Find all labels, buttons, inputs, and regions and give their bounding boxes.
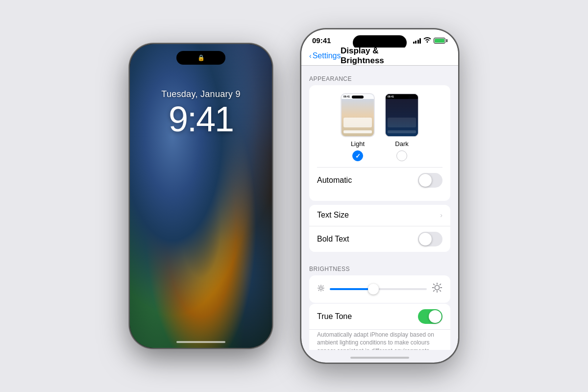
status-icons: [413, 37, 448, 44]
automatic-label: Automatic: [317, 176, 418, 185]
signal-bars-icon: [413, 38, 421, 44]
svg-line-7: [322, 285, 323, 286]
lock-screen-date: Tuesday, January 9: [161, 89, 241, 99]
brightness-section-header: BRIGHTNESS: [301, 256, 458, 275]
tone-settings-group: True Tone Automatically adapt iPhone dis…: [309, 304, 450, 350]
appearance-section: 09:41 Light 09:41: [309, 85, 450, 201]
status-bar: 09:41: [301, 29, 458, 48]
svg-line-8: [318, 290, 319, 291]
svg-line-6: [322, 290, 323, 291]
left-phone: 🔒 Tuesday, January 9 9:41: [130, 44, 272, 348]
text-size-label: Text Size: [317, 211, 440, 220]
true-tone-row[interactable]: True Tone: [309, 304, 450, 330]
text-settings-group: Text Size › Bold Text: [309, 205, 450, 252]
light-mode-option[interactable]: 09:41 Light: [341, 93, 375, 161]
nav-bar: ‹ Settings Display & Brightness: [301, 48, 458, 66]
svg-point-0: [319, 287, 322, 289]
text-size-chevron-icon: ›: [440, 211, 442, 219]
brightness-slider-row[interactable]: [317, 282, 442, 296]
bold-text-label: Bold Text: [317, 235, 418, 244]
svg-line-14: [433, 284, 435, 285]
svg-point-9: [435, 285, 439, 290]
signal-bar-3: [417, 40, 419, 44]
signal-bar-4: [419, 38, 421, 44]
true-tone-description: Automatically adapt iPhone display based…: [317, 331, 442, 350]
back-button[interactable]: ‹ Settings: [309, 51, 341, 60]
svg-line-15: [440, 290, 441, 292]
signal-bar-1: [413, 42, 415, 44]
lock-icon: 🔒: [197, 54, 205, 61]
svg-line-17: [433, 290, 435, 292]
bold-text-row[interactable]: Bold Text: [309, 226, 450, 252]
home-indicator-right[interactable]: [350, 357, 409, 359]
status-time: 09:41: [312, 36, 331, 45]
text-size-row[interactable]: Text Size ›: [309, 205, 450, 226]
page-title: Display & Brightness: [341, 46, 419, 66]
light-radio[interactable]: [352, 150, 363, 161]
dark-mode-option[interactable]: 09:41 Dark: [385, 93, 419, 161]
svg-line-16: [440, 284, 441, 285]
light-label: Light: [351, 140, 365, 147]
back-label: Settings: [313, 51, 341, 60]
battery-icon: [434, 38, 447, 44]
svg-line-5: [318, 285, 319, 286]
light-preview: 09:41: [341, 93, 375, 137]
appearance-section-header: APPEARANCE: [301, 66, 458, 85]
dark-preview: 09:41: [385, 93, 419, 137]
lock-screen-time: 9:41: [169, 101, 233, 137]
signal-bar-2: [415, 41, 416, 44]
brightness-section: [309, 275, 450, 303]
appearance-options: 09:41 Light 09:41: [317, 93, 442, 161]
dynamic-island-left: 🔒: [176, 51, 225, 65]
right-phone: 09:41: [301, 29, 458, 363]
true-tone-toggle[interactable]: [418, 309, 442, 324]
back-chevron-icon: ‹: [309, 52, 312, 60]
brightness-low-icon: [317, 284, 325, 294]
bold-text-toggle[interactable]: [418, 232, 442, 246]
dark-radio[interactable]: [396, 150, 407, 161]
settings-scroll: APPEARANCE 09:41 Light: [301, 66, 458, 350]
automatic-toggle[interactable]: [418, 173, 442, 188]
brightness-high-icon: [432, 282, 442, 296]
true-tone-label: True Tone: [317, 312, 418, 321]
true-tone-description-row: Automatically adapt iPhone display based…: [309, 331, 450, 350]
brightness-slider[interactable]: [330, 288, 427, 290]
wifi-icon: [423, 37, 431, 44]
automatic-row[interactable]: Automatic: [309, 168, 450, 193]
dark-label: Dark: [395, 140, 408, 147]
